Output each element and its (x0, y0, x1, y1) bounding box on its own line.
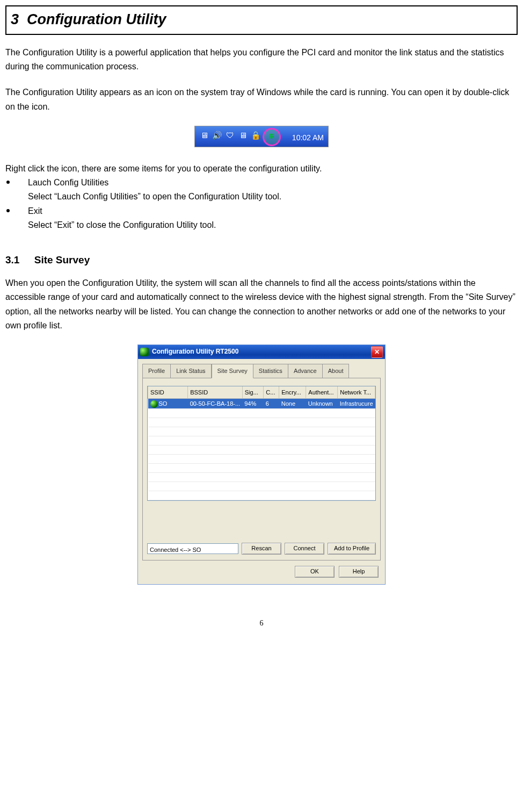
list-item: Exit Select “Exit” to close the Configur… (5, 204, 518, 233)
button-label: Help (353, 566, 365, 576)
tab-label: Profile (148, 368, 165, 374)
table-row[interactable] (148, 454, 375, 463)
col-network-type[interactable]: Network T... (338, 386, 375, 399)
col-auth[interactable]: Authent... (306, 386, 338, 399)
bullet-desc: Select “Lauch Config Utilities” to open … (28, 192, 281, 201)
table-row[interactable] (148, 463, 375, 472)
col-signal[interactable]: Sig... (242, 386, 264, 399)
tab-label: Link Status (176, 368, 205, 374)
dialog-buttons: OK Help (138, 561, 385, 584)
tray-icon: 🔒 (250, 130, 262, 141)
col-bssid[interactable]: BSSID (188, 386, 243, 399)
config-window-figure: Configuration Utility RT2500 ✕ Profile L… (5, 344, 518, 584)
connect-button[interactable]: Connect (285, 543, 324, 555)
tray-icon: 🛡 (224, 130, 236, 141)
button-label: OK (310, 566, 319, 576)
tab-site-survey[interactable]: Site Survey (212, 364, 253, 378)
tab-label: About (328, 368, 344, 374)
tab-label: Site Survey (217, 368, 248, 374)
system-tray: 🖥 🔊 🛡 🖥 🔒 R 10:02 AM (194, 126, 329, 147)
paragraph-rightclick: Right click the icon, there are some ite… (5, 162, 518, 176)
bullet-title: Exit (28, 206, 42, 215)
chapter-title: 3 Configuration Utility (11, 8, 512, 32)
help-button[interactable]: Help (339, 566, 379, 578)
systray-figure: 🖥 🔊 🛡 🖥 🔒 R 10:02 AM (5, 126, 518, 152)
tab-panel: SSID BSSID Sig... C... Encry... Authent.… (142, 378, 381, 561)
bullet-icon (6, 209, 10, 212)
tray-icon: 🖥 (198, 130, 210, 141)
tab-about[interactable]: About (323, 364, 350, 378)
table-row[interactable] (148, 472, 375, 482)
bullet-icon (6, 181, 10, 184)
rescan-button[interactable]: Rescan (242, 543, 281, 555)
chapter-name: Configuration Utility (27, 11, 166, 27)
section-heading: 3.1 Site Survey (5, 251, 518, 268)
list-item: Lauch Config Utilities Select “Lauch Con… (5, 176, 518, 204)
tray-icon: 🖥 (237, 130, 249, 141)
tab-label: Statistics (259, 368, 282, 374)
chapter-header: 3 Configuration Utility (5, 5, 518, 35)
window-titlebar: Configuration Utility RT2500 ✕ (138, 345, 385, 359)
button-label: Connect (294, 543, 316, 553)
tray-icon: 🔊 (211, 130, 223, 141)
col-encryption[interactable]: Encry... (279, 386, 306, 399)
table-row[interactable] (148, 408, 375, 418)
table-row[interactable] (148, 418, 375, 427)
table-row[interactable] (148, 482, 375, 491)
col-channel[interactable]: C... (264, 386, 279, 399)
table-row[interactable] (148, 491, 375, 500)
tab-profile[interactable]: Profile (142, 364, 171, 378)
close-button[interactable]: ✕ (371, 346, 383, 358)
button-label: Add to Profile (334, 543, 369, 553)
table-row[interactable] (148, 436, 375, 445)
ok-button[interactable]: OK (295, 566, 335, 578)
add-to-profile-button[interactable]: Add to Profile (328, 543, 376, 555)
table-row[interactable] (148, 445, 375, 454)
network-list[interactable]: SSID BSSID Sig... C... Encry... Authent.… (147, 386, 376, 501)
highlighted-tray-icon[interactable]: R (263, 128, 281, 146)
button-label: Rescan (251, 543, 271, 553)
tab-statistics[interactable]: Statistics (253, 364, 288, 378)
section-title: Site Survey (34, 254, 90, 265)
paragraph-intro-1: The Configuration Utility is a powerful … (5, 46, 518, 74)
page-number: 6 (5, 617, 518, 629)
bullet-desc: Select “Exit” to close the Configuration… (28, 220, 216, 229)
config-window: Configuration Utility RT2500 ✕ Profile L… (137, 344, 386, 584)
paragraph-intro-2: The Configuration Utility appears as an … (5, 85, 518, 114)
table-header-row: SSID BSSID Sig... C... Encry... Authent.… (148, 386, 375, 399)
table-row[interactable]: SO00-50-FC-BA-18-...94%6NoneUnknownInfra… (148, 398, 375, 408)
network-icon (150, 400, 158, 408)
tray-icon-label: R (270, 132, 274, 142)
chapter-number: 3 (11, 11, 19, 27)
tray-clock: 10:02 AM (292, 132, 324, 144)
app-icon (140, 348, 149, 356)
table-row[interactable] (148, 427, 375, 436)
tab-label: Advance (294, 368, 317, 374)
tab-advance[interactable]: Advance (288, 364, 323, 378)
col-ssid[interactable]: SSID (148, 386, 188, 399)
tab-link-status[interactable]: Link Status (171, 364, 211, 378)
section-number: 3.1 (5, 251, 19, 268)
tab-bar: Profile Link Status Site Survey Statisti… (138, 359, 385, 377)
paragraph-site-survey: When you open the Configuration Utility,… (5, 276, 518, 333)
context-menu-list: Lauch Config Utilities Select “Lauch Con… (5, 176, 518, 233)
close-icon: ✕ (374, 349, 380, 355)
window-title: Configuration Utility RT2500 (152, 347, 238, 357)
bullet-title: Lauch Config Utilities (28, 178, 108, 187)
connection-status: Connected <--> SO (147, 543, 238, 554)
